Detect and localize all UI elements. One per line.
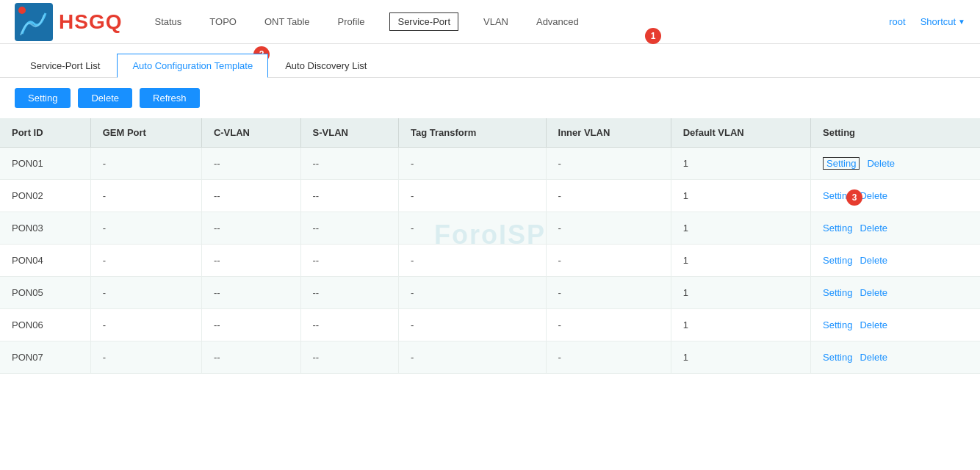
row-delete-link[interactable]: Delete [860, 287, 887, 298]
cell-s-vlan: -- [300, 309, 398, 341]
table-header-row: Port ID GEM Port C-VLAN S-VLAN Tag Trans… [0, 118, 980, 148]
cell-tag-transform: - [398, 277, 546, 309]
chevron-down-icon: ▼ [958, 18, 965, 26]
cell-inner-vlan: - [546, 245, 671, 277]
cell-s-vlan: -- [300, 277, 398, 309]
col-setting: Setting [810, 118, 980, 148]
nav-item-ont-table[interactable]: ONT Table [262, 3, 313, 40]
row-delete-link[interactable]: Delete [867, 158, 895, 169]
col-tag-transform: Tag Transform [398, 118, 546, 148]
cell-default-vlan: 1 [671, 245, 810, 277]
refresh-button[interactable]: Refresh [140, 88, 200, 108]
badge-3: 3 [846, 189, 862, 206]
cell-gem-port: - [90, 277, 201, 309]
nav-item-vlan[interactable]: VLAN [480, 3, 511, 40]
cell-inner-vlan: - [546, 341, 671, 374]
cell-gem-port: - [90, 341, 201, 374]
shortcut-dropdown[interactable]: Shortcut ▼ [920, 16, 965, 27]
cell-inner-vlan: - [546, 180, 671, 212]
cell-gem-port: - [90, 148, 201, 180]
nav-item-profile[interactable]: Profile [335, 3, 368, 40]
table-row: PON06-------1SettingDelete [0, 309, 980, 341]
table-row: PON03-------1SettingDelete [0, 212, 980, 245]
col-default-vlan: Default VLAN [671, 118, 810, 148]
cell-default-vlan: 1 [671, 277, 810, 309]
col-port-id: Port ID [0, 118, 90, 148]
cell-default-vlan: 1 [671, 148, 810, 180]
row-delete-link[interactable]: Delete [860, 352, 887, 363]
cell-c-vlan: -- [201, 245, 300, 277]
row-delete-link[interactable]: Delete [860, 319, 887, 330]
row-setting-link[interactable]: Setting [823, 223, 852, 234]
cell-port-id: PON01 [0, 148, 90, 180]
cell-inner-vlan: - [546, 309, 671, 341]
logo-icon [15, 3, 53, 41]
cell-gem-port: - [90, 180, 201, 212]
col-c-vlan: C-VLAN [201, 118, 300, 148]
cell-gem-port: - [90, 212, 201, 245]
cell-actions: SettingDelete [810, 148, 980, 180]
main-nav: Status TOPO ONT Table Profile Service-Po… [151, 3, 889, 40]
cell-actions: SettingDelete [810, 212, 980, 245]
logo-text: HSGQ [59, 10, 122, 34]
cell-c-vlan: -- [201, 180, 300, 212]
table-row: PON04-------1SettingDelete [0, 245, 980, 277]
cell-inner-vlan: - [546, 277, 671, 309]
main-table: Port ID GEM Port C-VLAN S-VLAN Tag Trans… [0, 118, 980, 374]
cell-s-vlan: -- [300, 245, 398, 277]
cell-port-id: PON07 [0, 341, 90, 374]
nav-root-link[interactable]: root [889, 16, 905, 27]
toolbar: Setting Delete Refresh [0, 78, 980, 118]
cell-tag-transform: - [398, 309, 546, 341]
row-delete-link[interactable]: Delete [860, 255, 887, 266]
table-row: PON05-------1SettingDelete [0, 277, 980, 309]
cell-actions: SettingDelete [810, 309, 980, 341]
cell-actions: SettingDelete [810, 341, 980, 374]
cell-s-vlan: -- [300, 180, 398, 212]
cell-gem-port: - [90, 309, 201, 341]
header: HSGQ Status TOPO ONT Table Profile Servi… [0, 0, 980, 44]
nav-right: root Shortcut ▼ [889, 16, 965, 27]
cell-port-id: PON03 [0, 212, 90, 245]
nav-item-topo[interactable]: TOPO [206, 3, 239, 40]
setting-button[interactable]: Setting [15, 88, 71, 108]
cell-port-id: PON06 [0, 309, 90, 341]
row-setting-link[interactable]: Setting [823, 255, 852, 266]
row-setting-link[interactable]: Setting [823, 319, 852, 330]
cell-actions: SettingDelete [810, 245, 980, 277]
cell-gem-port: - [90, 245, 201, 277]
cell-inner-vlan: - [546, 148, 671, 180]
svg-point-1 [18, 7, 26, 14]
row-setting-link[interactable]: Setting [823, 352, 852, 363]
shortcut-label: Shortcut [920, 16, 956, 27]
cell-c-vlan: -- [201, 277, 300, 309]
cell-tag-transform: - [398, 148, 546, 180]
cell-inner-vlan: - [546, 212, 671, 245]
cell-tag-transform: - [398, 341, 546, 374]
tab-auto-config-template[interactable]: Auto Configuration Template [117, 54, 268, 78]
cell-c-vlan: -- [201, 212, 300, 245]
cell-port-id: PON05 [0, 277, 90, 309]
cell-actions: SettingDelete [810, 277, 980, 309]
col-gem-port: GEM Port [90, 118, 201, 148]
cell-port-id: PON02 [0, 180, 90, 212]
cell-s-vlan: -- [300, 148, 398, 180]
sub-tabs: Service-Port List Auto Configuration Tem… [0, 44, 980, 78]
delete-button[interactable]: Delete [78, 88, 132, 108]
nav-item-advanced[interactable]: Advanced [533, 3, 582, 40]
nav-item-service-port[interactable]: Service-Port [389, 12, 458, 31]
row-delete-link[interactable]: Delete [860, 190, 887, 201]
tab-service-port-list[interactable]: Service-Port List [15, 54, 115, 78]
nav-item-status[interactable]: Status [151, 3, 184, 40]
table-container: Port ID GEM Port C-VLAN S-VLAN Tag Trans… [0, 118, 980, 374]
cell-s-vlan: -- [300, 341, 398, 374]
tab-auto-discovery-list[interactable]: Auto Discovery List [270, 54, 382, 78]
cell-default-vlan: 1 [671, 180, 810, 212]
col-inner-vlan: Inner VLAN [546, 118, 671, 148]
cell-tag-transform: - [398, 245, 546, 277]
cell-tag-transform: - [398, 180, 546, 212]
row-delete-link[interactable]: Delete [860, 223, 887, 234]
row-setting-link[interactable]: Setting [823, 287, 852, 298]
cell-c-vlan: -- [201, 341, 300, 374]
row-setting-link[interactable]: Setting [823, 157, 860, 170]
